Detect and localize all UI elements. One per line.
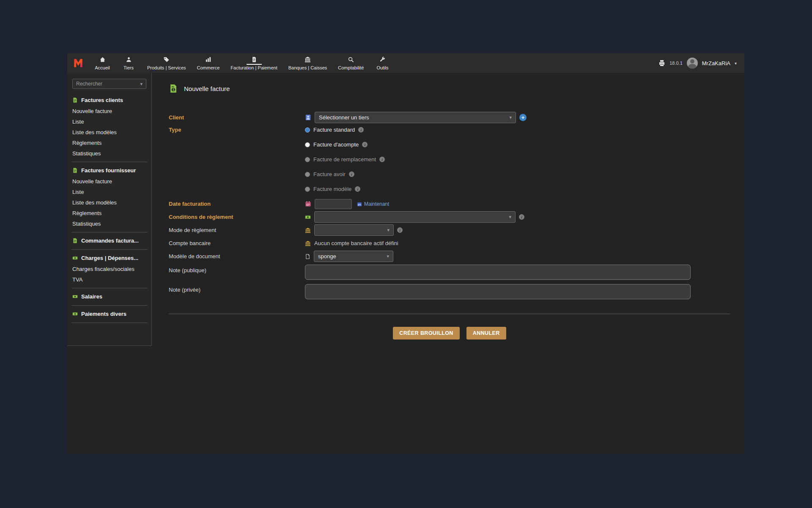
nav-item-facturation-paiement[interactable]: Facturation | Paiement	[225, 53, 283, 73]
radio-disabled-icon	[305, 172, 310, 177]
sidebar-divider	[71, 288, 147, 288]
payment-mode-row: Mode de règlement ▾ i	[169, 224, 730, 237]
print-icon[interactable]	[658, 60, 665, 66]
private-note-row: Note (privée)	[169, 282, 730, 302]
client-select[interactable]: Sélectionner un tiers ▾	[315, 112, 516, 123]
nav-item-label: Accueil	[95, 65, 110, 70]
sidebar-item-tva[interactable]: TVA	[67, 274, 151, 285]
sidebar-item-statistiques-fournisseur[interactable]: Statistiques	[67, 218, 151, 229]
money-icon	[305, 214, 311, 220]
payment-mode-select[interactable]: ▾	[314, 224, 394, 236]
section-title: Paiements divers	[81, 311, 126, 317]
sidebar-section-paiements-divers[interactable]: Paiements divers	[67, 308, 151, 320]
bank-icon	[305, 240, 311, 246]
sidebar-divider	[71, 323, 147, 323]
sidebar-item-charges-fiscales-sociales[interactable]: Charges fiscales/sociales	[67, 264, 151, 274]
date-row: Date facturation Maintenant	[169, 197, 730, 210]
info-icon[interactable]: i	[397, 227, 403, 233]
sidebar-section-commandes-facturation[interactable]: Commandes factura...	[67, 235, 151, 246]
sidebar-divider	[71, 249, 147, 250]
sidebar-item-nouvelle-facture[interactable]: Nouvelle facture	[67, 106, 151, 116]
sidebar-item-liste-fournisseur[interactable]: Liste	[67, 187, 151, 197]
sidebar-item-nouvelle-facture-fournisseur[interactable]: Nouvelle facture	[67, 176, 151, 187]
client-row: Client Sélectionner un tiers ▾ +	[169, 111, 730, 124]
sidebar-item-reglements[interactable]: Règlements	[67, 138, 151, 148]
radio-label: Facture de remplacement	[313, 156, 376, 163]
version-label: 18.0.1	[669, 61, 683, 66]
sidebar-section-salaires[interactable]: Salaires	[67, 290, 151, 302]
sidebar-item-statistiques[interactable]: Statistiques	[67, 148, 151, 159]
radio-label: Facture avoir	[313, 171, 346, 177]
radio-selected-icon[interactable]	[305, 127, 310, 133]
radio-facture-modele: Facture modèle i	[305, 183, 360, 195]
nav-item-tiers[interactable]: Tiers	[115, 53, 142, 73]
main-content: $ Nouvelle facture Client Sélectionner u…	[152, 73, 744, 454]
nav-item-banques-caisses[interactable]: Banques | Caisses	[283, 53, 333, 73]
chevron-down-icon: ▾	[387, 227, 390, 233]
type-row: Type Facture standard i Facture d'acompt…	[169, 124, 730, 195]
section-title: Commandes factura...	[81, 237, 139, 244]
cancel-button[interactable]: ANNULER	[466, 327, 506, 340]
chevron-down-icon: ▾	[509, 115, 512, 120]
user-avatar[interactable]	[687, 58, 698, 69]
radio-facture-standard[interactable]: Facture standard i	[305, 124, 364, 135]
app-logo[interactable]	[67, 53, 89, 73]
sidebar-item-liste[interactable]: Liste	[67, 116, 151, 127]
section-title: Factures fournisseur	[81, 167, 136, 174]
calendar-icon	[305, 201, 311, 207]
public-note-textarea[interactable]	[305, 265, 691, 280]
bank-account-row: Compte bancaire Aucun compte bancaire ac…	[169, 237, 730, 250]
top-navbar: Accueil Tiers Produits | Services Commer…	[67, 53, 744, 73]
chevron-down-icon[interactable]: ▾	[735, 61, 737, 66]
nav-item-commerce[interactable]: Commerce	[192, 53, 225, 73]
doc-model-select[interactable]: sponge ▾	[314, 251, 393, 262]
info-icon[interactable]: i	[349, 171, 354, 177]
nav-item-accueil[interactable]: Accueil	[89, 53, 115, 73]
set-date-now-link[interactable]: Maintenant	[357, 201, 389, 207]
chevron-down-icon: ▾	[140, 81, 143, 87]
info-icon[interactable]: i	[519, 214, 524, 220]
sidebar-search-select[interactable]: Rechercher ▾	[72, 79, 146, 89]
radio-facture-acompte[interactable]: Facture d'acompte i	[305, 139, 368, 150]
public-note-row: Note (publique)	[169, 263, 730, 282]
user-menu[interactable]: MrZaKaRiA	[702, 60, 730, 66]
sidebar-divider	[71, 305, 147, 306]
section-title: Charges | Dépenses...	[81, 255, 138, 261]
private-note-textarea[interactable]	[305, 284, 691, 299]
invoice-icon	[72, 168, 78, 173]
nav-item-comptabilite[interactable]: Comptabilité	[332, 53, 369, 73]
products-icon	[163, 56, 170, 63]
info-icon[interactable]: i	[379, 157, 385, 162]
sidebar-section-charges-depenses[interactable]: Charges | Dépenses...	[67, 252, 151, 264]
radio-unselected-icon[interactable]	[305, 142, 310, 147]
type-label: Type	[169, 124, 305, 133]
money-icon	[72, 255, 78, 261]
form-divider	[169, 314, 730, 314]
info-icon[interactable]: i	[362, 142, 368, 147]
invoice-date-input[interactable]	[315, 199, 352, 209]
payment-terms-select[interactable]: ▾	[314, 211, 516, 223]
commerce-icon	[205, 56, 211, 63]
sidebar-section-factures-fournisseur[interactable]: Factures fournisseur	[67, 164, 151, 176]
add-third-party-button[interactable]: +	[519, 114, 527, 121]
sidebar-item-liste-des-modeles-fournisseur[interactable]: Liste des modèles	[67, 197, 151, 208]
doc-model-value: sponge	[318, 253, 336, 260]
navbar-right: 18.0.1 MrZaKaRiA ▾	[658, 53, 744, 73]
bank-icon	[305, 227, 311, 233]
sidebar-item-liste-des-modeles[interactable]: Liste des modèles	[67, 127, 151, 138]
invoice-icon	[72, 238, 78, 243]
sidebar-item-reglements-fournisseur[interactable]: Règlements	[67, 208, 151, 218]
chevron-down-icon: ▾	[387, 254, 389, 259]
sidebar-section-factures-clients[interactable]: Factures clients	[67, 94, 151, 106]
info-icon[interactable]: i	[358, 127, 364, 133]
nav-item-label: Produits | Services	[147, 65, 186, 70]
bank-account-label: Compte bancaire	[169, 240, 305, 246]
info-icon[interactable]: i	[355, 186, 360, 192]
now-link-label: Maintenant	[364, 201, 389, 207]
client-select-value: Sélectionner un tiers	[319, 114, 369, 121]
sidebar-divider	[71, 162, 147, 162]
radio-label: Facture d'acompte	[313, 141, 359, 148]
nav-item-outils[interactable]: Outils	[369, 53, 395, 73]
nav-item-produits-services[interactable]: Produits | Services	[142, 53, 192, 73]
create-draft-button[interactable]: CRÉER BROUILLON	[393, 327, 460, 340]
